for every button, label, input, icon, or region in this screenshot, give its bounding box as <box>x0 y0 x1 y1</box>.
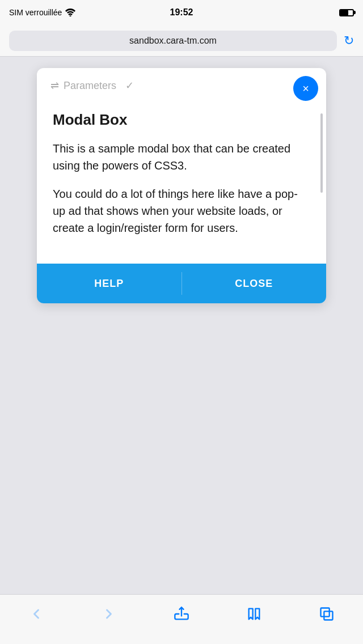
svg-point-0 <box>70 15 71 16</box>
carrier-label: SIM verrouillée <box>9 8 62 17</box>
bookmark-button[interactable] <box>240 601 268 626</box>
modal-container: ⇌ Parameters ✓ × Modal Box This is a sam… <box>37 68 326 303</box>
checkmark-icon: ✓ <box>125 79 134 92</box>
share-button[interactable] <box>167 601 196 626</box>
scroll-indicator <box>320 113 323 193</box>
modal-close-circle-button[interactable]: × <box>293 76 318 101</box>
svg-rect-1 <box>321 608 330 616</box>
battery-icon <box>339 9 354 16</box>
back-icon <box>28 606 44 622</box>
close-label: CLOSE <box>235 278 273 290</box>
battery-info <box>339 9 354 16</box>
carrier-info: SIM verrouillée <box>9 8 75 17</box>
bookmark-icon <box>246 606 262 622</box>
modal-header-left: ⇌ Parameters ✓ <box>50 79 134 92</box>
back-button[interactable] <box>22 601 50 626</box>
modal-title: Modal Box <box>53 111 310 129</box>
forward-icon <box>101 606 117 622</box>
wifi-icon <box>65 9 75 16</box>
modal-paragraph-2: You could do a lot of things here like h… <box>53 185 310 236</box>
parameters-arrows-icon: ⇌ <box>50 79 59 92</box>
svg-rect-2 <box>324 611 332 620</box>
close-x-icon: × <box>302 83 309 94</box>
modal-paragraph-1: This is a sample modal box that can be c… <box>53 140 310 174</box>
page-content: ⇌ Parameters ✓ × Modal Box This is a sam… <box>0 57 363 594</box>
bottom-nav <box>0 594 363 644</box>
modal-body: Modal Box This is a sample modal box tha… <box>37 98 326 264</box>
modal-header: ⇌ Parameters ✓ × <box>37 68 326 98</box>
url-field[interactable]: sandbox.cara-tm.com <box>9 31 337 51</box>
help-label: HELP <box>94 278 124 290</box>
forward-button[interactable] <box>95 601 123 626</box>
reload-button[interactable]: ↻ <box>344 33 354 48</box>
tabs-button[interactable] <box>313 601 341 626</box>
close-button[interactable]: CLOSE <box>182 264 327 303</box>
help-button[interactable]: HELP <box>37 264 182 303</box>
modal-footer: HELP CLOSE <box>37 264 326 303</box>
parameters-label: Parameters <box>64 80 116 92</box>
status-time: 19:52 <box>170 7 193 18</box>
url-bar: sandbox.cara-tm.com ↻ <box>0 25 363 57</box>
share-icon <box>174 606 189 622</box>
status-bar: SIM verrouillée 19:52 <box>0 0 363 25</box>
tabs-icon <box>319 606 335 622</box>
url-text: sandbox.cara-tm.com <box>129 36 217 46</box>
